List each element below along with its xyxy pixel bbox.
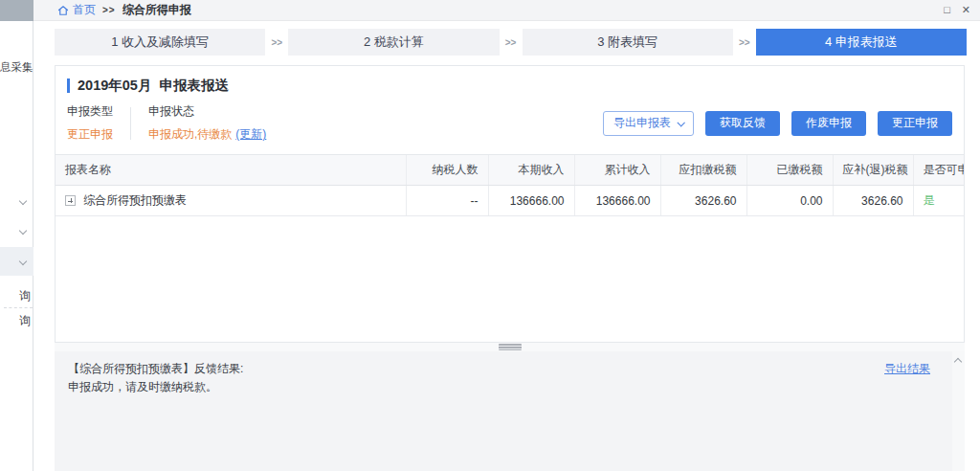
- col-declarable: 是否可申...: [913, 155, 964, 186]
- get-feedback-button[interactable]: 获取反馈: [705, 111, 780, 136]
- paid-tax-cell: 0.00: [746, 186, 833, 216]
- export-results-link[interactable]: 导出结果: [884, 361, 930, 377]
- report-name-cell: 综合所得预扣预缴表: [56, 186, 406, 216]
- step-tab-4-active[interactable]: 4 申报表报送: [756, 29, 967, 56]
- feedback-title: 【综合所得预扣预缴表】反馈结果:: [55, 351, 965, 378]
- splitter-drag-handle[interactable]: [499, 344, 522, 350]
- step-separator: >>: [500, 37, 523, 48]
- step-tab-1[interactable]: 1 收入及减除填写: [55, 29, 265, 56]
- sidebar-item-label: 息采集: [0, 60, 33, 75]
- invalidate-button[interactable]: 作废申报: [791, 111, 866, 136]
- sidebar-item-query-1[interactable]: 询: [0, 288, 33, 305]
- table-row: 综合所得预扣预缴表 -- 136666.00 136666.00 3626.60…: [56, 186, 964, 216]
- expand-icon[interactable]: [65, 195, 76, 206]
- feedback-message: 申报成功，请及时缴纳税款。: [55, 378, 965, 396]
- report-name: 综合所得预扣预缴表: [83, 193, 187, 207]
- app-window: 息采集 询 询 首页 >> 综合所得申报 □ ✕ 1 收入及减除填写 >> 2 …: [0, 0, 980, 471]
- panel-splitter: [55, 343, 965, 351]
- status-value: 申报成功,待缴款: [148, 126, 232, 143]
- export-declaration-label: 导出申报表: [613, 115, 671, 131]
- col-withholding-tax: 应扣缴税额: [660, 155, 746, 186]
- sidebar-divider: [4, 307, 33, 308]
- breadcrumb-home-label: 首页: [73, 2, 96, 18]
- col-taxpayers: 纳税人数: [406, 155, 488, 186]
- sidebar-header-block: [0, 0, 33, 21]
- col-report-name: 报表名称: [56, 155, 406, 186]
- payable-tax-cell: 3626.60: [833, 186, 913, 216]
- total-income-cell: 136666.00: [574, 186, 660, 216]
- feedback-scrollbar[interactable]: [952, 351, 965, 471]
- breadcrumb-separator: >>: [102, 5, 116, 15]
- breadcrumb-current: 综合所得申报: [122, 2, 191, 18]
- current-income-cell: 136666.00: [488, 186, 574, 216]
- breadcrumb-home-link[interactable]: 首页: [57, 2, 96, 18]
- taxpayers-cell: --: [406, 186, 488, 216]
- feedback-panel: 【综合所得预扣预缴表】反馈结果: 申报成功，请及时缴纳税款。 导出结果: [55, 351, 965, 471]
- sidebar-item-query-2[interactable]: 询: [0, 313, 33, 330]
- title-accent-bar: [67, 78, 70, 93]
- declarable-cell: 是: [913, 186, 964, 216]
- sidebar-item-collapsed[interactable]: 息采集: [0, 57, 33, 77]
- type-value: 更正申报: [67, 126, 113, 143]
- chevron-down-icon[interactable]: [19, 227, 27, 235]
- maximize-button[interactable]: □: [944, 5, 950, 15]
- col-payable-tax: 应补(退)税额: [833, 155, 913, 186]
- declaration-status: 申报状态 申报成功,待缴款 (更新): [148, 103, 266, 143]
- type-label: 申报类型: [67, 103, 113, 120]
- panel-title-row: 2019年05月 申报表报送: [67, 77, 952, 95]
- step-separator: >>: [733, 37, 756, 48]
- step-tab-3[interactable]: 3 附表填写: [523, 29, 733, 56]
- sidebar: 息采集 询 询: [0, 0, 33, 471]
- declaration-type: 申报类型 更正申报: [67, 103, 113, 143]
- step-nav: 1 收入及减除填写 >> 2 税款计算 >> 3 附表填写 >> 4 申报表报送: [55, 29, 967, 56]
- breadcrumb-bar: 首页 >> 综合所得申报 □ ✕: [33, 0, 980, 21]
- withholding-tax-cell: 3626.60: [660, 186, 746, 216]
- chevron-down-icon: [677, 119, 684, 126]
- scroll-up-icon[interactable]: [954, 358, 962, 366]
- step-separator: >>: [265, 37, 288, 48]
- table-header-row: 报表名称 纳税人数 本期收入 累计收入 应扣缴税额 已缴税额 应补(退)税额 是…: [56, 155, 964, 186]
- declaration-panel: 2019年05月 申报表报送 申报类型 更正申报 申报状态 申报成功,待缴款 (…: [55, 65, 965, 343]
- export-declaration-button[interactable]: 导出申报表: [603, 111, 694, 136]
- status-label: 申报状态: [148, 103, 266, 120]
- col-paid-tax: 已缴税额: [746, 155, 833, 186]
- meta-row: 申报类型 更正申报 申报状态 申报成功,待缴款 (更新) 导出申报表 获取反馈 …: [67, 103, 952, 143]
- close-button[interactable]: ✕: [962, 5, 970, 15]
- home-icon: [57, 5, 69, 16]
- action-buttons: 导出申报表 获取反馈 作废申报 更正申报: [603, 111, 952, 136]
- correct-button[interactable]: 更正申报: [878, 111, 952, 136]
- sidebar-item-active[interactable]: [0, 247, 33, 276]
- col-current-income: 本期收入: [488, 155, 574, 186]
- meta-divider: [130, 107, 131, 140]
- report-table: 报表名称 纳税人数 本期收入 累计收入 应扣缴税额 已缴税额 应补(退)税额 是…: [56, 154, 964, 216]
- step-tab-2[interactable]: 2 税款计算: [288, 29, 499, 56]
- window-controls: □ ✕: [944, 5, 970, 15]
- page-title: 2019年05月 申报表报送: [78, 77, 229, 95]
- chevron-down-icon[interactable]: [19, 197, 27, 205]
- status-update-link[interactable]: (更新): [235, 126, 266, 143]
- col-total-income: 累计收入: [574, 155, 660, 186]
